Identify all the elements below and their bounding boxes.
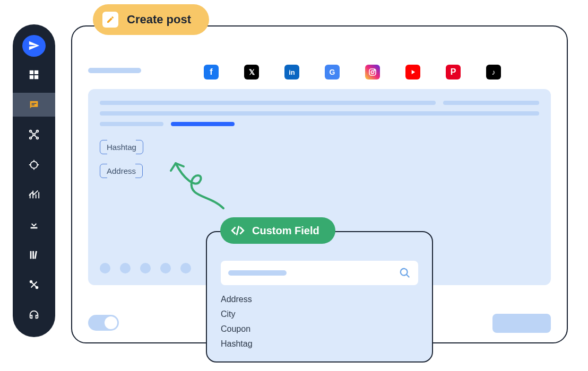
toggle-knob: [105, 316, 117, 329]
facebook-icon[interactable]: f: [204, 65, 219, 80]
svg-point-15: [374, 70, 375, 70]
text-placeholder: [100, 122, 163, 126]
nav-library[interactable]: [21, 243, 47, 267]
download-icon: [28, 219, 40, 231]
cf-option-address[interactable]: Address: [221, 295, 418, 304]
cf-option-coupon[interactable]: Coupon: [221, 324, 418, 334]
cf-option-hashtag[interactable]: Hashtag: [221, 339, 418, 349]
sidebar-nav: [13, 24, 55, 337]
nav-send[interactable]: [22, 35, 46, 57]
tools-icon: [28, 279, 40, 290]
nav-dashboard[interactable]: [21, 63, 47, 87]
svg-point-3: [30, 130, 32, 132]
nav-tools[interactable]: [21, 273, 47, 297]
svg-point-12: [36, 287, 38, 289]
target-icon: [28, 159, 40, 171]
attachment-dots: [100, 263, 191, 273]
nav-support[interactable]: [21, 303, 47, 326]
cf-option-city[interactable]: City: [221, 310, 418, 319]
text-highlight: [171, 122, 235, 126]
svg-point-11: [30, 281, 32, 283]
social-network-row: f 𝕏 in G P ♪: [204, 65, 552, 80]
headset-icon: [28, 309, 40, 321]
pencil-icon: [102, 12, 118, 28]
nav-analytics[interactable]: [21, 183, 47, 207]
dot[interactable]: [160, 263, 171, 273]
svg-point-2: [33, 134, 35, 136]
custom-field-label: Custom Field: [252, 225, 319, 237]
search-icon: [399, 267, 411, 279]
grid-icon: [28, 69, 40, 81]
submit-button[interactable]: [492, 314, 551, 333]
dot[interactable]: [180, 263, 191, 273]
custom-field-panel: Address City Coupon Hashtag: [206, 231, 433, 363]
search-placeholder: [228, 270, 287, 276]
chat-icon: [28, 99, 40, 111]
nav-target[interactable]: [21, 153, 47, 177]
svg-point-7: [31, 161, 38, 168]
svg-rect-10: [34, 251, 37, 259]
text-placeholder: [443, 101, 539, 105]
svg-point-6: [37, 137, 39, 139]
custom-field-button[interactable]: Custom Field: [220, 217, 335, 244]
text-placeholder: [100, 111, 539, 116]
library-icon: [28, 249, 40, 261]
text-placeholder: [100, 101, 436, 105]
custom-field-list: Address City Coupon Hashtag: [221, 295, 418, 349]
svg-rect-9: [32, 251, 34, 259]
svg-point-16: [401, 269, 408, 276]
svg-rect-8: [30, 251, 32, 259]
inserted-tags: Hashtag Address: [100, 138, 539, 180]
linkedin-icon[interactable]: in: [284, 65, 299, 80]
dot[interactable]: [100, 263, 110, 273]
analytics-icon: [28, 189, 40, 200]
code-icon: [231, 224, 245, 237]
tag-chip-address[interactable]: Address: [100, 164, 143, 178]
google-business-icon[interactable]: G: [325, 65, 340, 80]
tag-chip-hashtag[interactable]: Hashtag: [100, 140, 143, 154]
custom-field-search[interactable]: [221, 261, 418, 285]
svg-point-5: [30, 137, 32, 139]
svg-point-14: [371, 70, 374, 73]
network-icon: [28, 129, 40, 140]
dot[interactable]: [140, 263, 151, 273]
nav-chat[interactable]: [13, 93, 55, 117]
nav-network[interactable]: [21, 123, 47, 147]
svg-point-4: [37, 130, 39, 132]
pinterest-icon[interactable]: P: [446, 65, 461, 80]
youtube-icon[interactable]: [405, 65, 420, 80]
svg-rect-1: [31, 104, 34, 105]
send-icon: [28, 40, 40, 51]
dot[interactable]: [120, 263, 131, 273]
instagram-icon[interactable]: [365, 65, 380, 80]
x-twitter-icon[interactable]: 𝕏: [244, 65, 259, 80]
create-post-label: Create post: [127, 13, 191, 26]
nav-download[interactable]: [21, 213, 47, 237]
title-placeholder: [88, 68, 141, 73]
tiktok-icon[interactable]: ♪: [486, 65, 501, 80]
create-post-button[interactable]: Create post: [93, 4, 209, 35]
svg-rect-0: [31, 103, 36, 104]
footer-toggle[interactable]: [88, 315, 119, 331]
